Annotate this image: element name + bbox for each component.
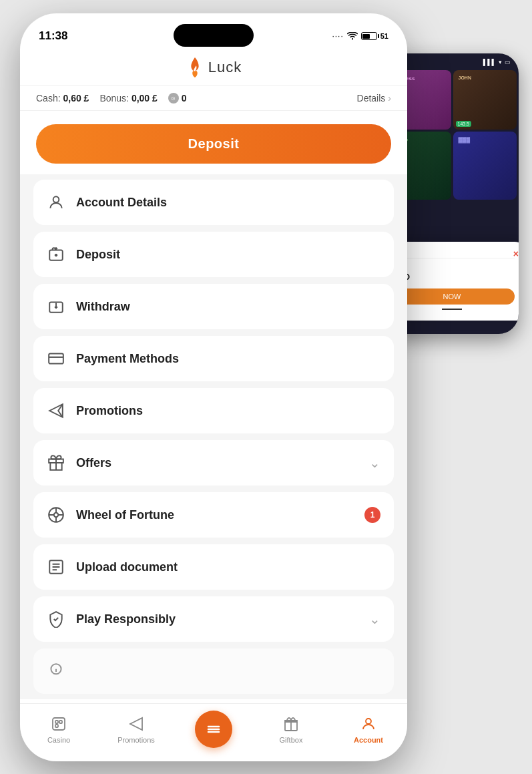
svg-rect-15 bbox=[55, 725, 58, 727]
giftbox-nav-label: Giftbox bbox=[280, 736, 303, 744]
scene: ▌▌▌ ▾ ▭ Princess 32% JOHN 143.5 GOLD WIN… bbox=[0, 0, 532, 774]
menu-item-account-details[interactable]: Account Details bbox=[33, 180, 394, 225]
bg-wifi-icon: ▾ bbox=[499, 59, 502, 65]
popup-handle bbox=[442, 309, 462, 310]
nav-center-button[interactable] bbox=[195, 711, 232, 748]
upload-document-icon bbox=[47, 558, 65, 576]
deposit-icon bbox=[47, 245, 65, 264]
casino-nav-label: Casino bbox=[47, 736, 70, 744]
cash-label: Cash: bbox=[36, 93, 61, 104]
signal-dots-icon: ···· bbox=[332, 31, 343, 41]
bg-battery-icon: ▭ bbox=[505, 59, 511, 65]
withdraw-label: Withdraw bbox=[76, 300, 380, 314]
account-details-label: Account Details bbox=[76, 196, 380, 210]
svg-point-6 bbox=[54, 513, 59, 518]
nav-item-promotions[interactable]: Promotions bbox=[97, 715, 175, 744]
payment-methods-label: Payment Methods bbox=[76, 352, 380, 366]
deposit-section: Deposit bbox=[20, 111, 407, 174]
popup-action-button[interactable]: NOW bbox=[389, 288, 515, 305]
nav-item-giftbox[interactable]: Giftbox bbox=[252, 715, 330, 744]
status-icons: ···· 51 bbox=[332, 31, 388, 41]
balance-bar: Cash: 0,60 £ Bonus: 0,00 £ ⊙ 0 Details › bbox=[20, 86, 407, 111]
account-nav-icon bbox=[359, 715, 378, 733]
wheel-of-fortune-label: Wheel of Fortune bbox=[76, 508, 354, 522]
popup-close-button[interactable]: × bbox=[513, 248, 519, 259]
withdraw-icon bbox=[47, 297, 65, 316]
bonus-info: Bonus: 0,00 £ bbox=[99, 93, 157, 104]
balance-info: Cash: 0,60 £ Bonus: 0,00 £ ⊙ 0 bbox=[36, 93, 187, 104]
menu-item-withdraw[interactable]: Withdraw bbox=[33, 284, 394, 329]
menu-item-promotions[interactable]: Promotions bbox=[33, 388, 394, 433]
promotions-icon bbox=[47, 401, 65, 420]
casino-nav-icon bbox=[49, 715, 68, 733]
nav-item-account[interactable]: Account bbox=[330, 715, 407, 744]
coin-icon: ⊙ bbox=[168, 93, 179, 104]
bottom-nav: Casino Promotions bbox=[20, 703, 407, 761]
bonus-value: 0,00 £ bbox=[131, 93, 158, 104]
menu-list: Account Details Deposit Withdraw bbox=[20, 174, 407, 699]
bg-signal-icon: ▌▌▌ bbox=[483, 59, 496, 65]
popup-title: S IRED bbox=[389, 264, 515, 282]
game-badge-2: 143.5 bbox=[456, 121, 472, 127]
dynamic-island bbox=[174, 24, 254, 47]
payment-methods-icon bbox=[47, 349, 65, 368]
details-link[interactable]: Details › bbox=[357, 93, 391, 104]
svg-point-20 bbox=[366, 719, 371, 724]
menu-item-wheel-of-fortune[interactable]: Wheel of Fortune 1 bbox=[33, 492, 394, 538]
logo-text: Luck bbox=[208, 59, 242, 76]
play-responsibly-chevron-icon: ⌄ bbox=[369, 611, 380, 627]
offers-label: Offers bbox=[76, 456, 358, 470]
svg-point-0 bbox=[53, 196, 59, 202]
wifi-icon bbox=[347, 32, 358, 40]
status-time: 11:38 bbox=[39, 29, 67, 43]
chevron-right-icon: › bbox=[388, 93, 391, 104]
coins-info: ⊙ 0 bbox=[168, 93, 187, 104]
play-responsibly-label: Play Responsibly bbox=[76, 612, 358, 626]
offers-chevron-icon: ⌄ bbox=[369, 455, 380, 471]
coins-value: 0 bbox=[182, 93, 187, 104]
promotions-label: Promotions bbox=[76, 404, 380, 418]
nav-center bbox=[175, 711, 252, 748]
main-phone: 11:38 ···· 51 bbox=[20, 13, 407, 761]
svg-rect-12 bbox=[53, 718, 65, 730]
nav-item-casino[interactable]: Casino bbox=[20, 715, 97, 744]
menu-item-partial[interactable] bbox=[33, 648, 394, 694]
logo: Luck bbox=[186, 56, 242, 79]
cash-value: 0,60 £ bbox=[63, 93, 89, 104]
menu-item-payment-methods[interactable]: Payment Methods bbox=[33, 336, 394, 381]
menu-item-play-responsibly[interactable]: Play Responsibly ⌄ bbox=[33, 596, 394, 642]
wheel-badge: 1 bbox=[364, 507, 380, 523]
menu-item-upload-document[interactable]: Upload document bbox=[33, 544, 394, 590]
deposit-hero-button[interactable]: Deposit bbox=[36, 124, 391, 164]
battery-icon: 51 bbox=[361, 32, 388, 40]
giftbox-nav-icon bbox=[282, 715, 300, 733]
bonus-label: Bonus: bbox=[99, 93, 129, 104]
details-label: Details bbox=[357, 93, 386, 104]
account-details-icon bbox=[47, 193, 65, 212]
svg-rect-14 bbox=[59, 721, 62, 723]
promotions-nav-icon bbox=[127, 715, 146, 733]
logo-flame-icon bbox=[186, 56, 204, 79]
upload-document-label: Upload document bbox=[76, 560, 380, 574]
menu-item-deposit[interactable]: Deposit bbox=[33, 232, 394, 277]
phone-content: Luck Cash: 0,60 £ Bonus: 0,00 £ ⊙ bbox=[20, 49, 407, 703]
svg-rect-13 bbox=[55, 721, 58, 723]
popup-divider bbox=[389, 258, 515, 258]
partial-icon bbox=[47, 662, 65, 681]
menu-item-offers[interactable]: Offers ⌄ bbox=[33, 440, 394, 486]
account-nav-label: Account bbox=[354, 736, 383, 744]
promotions-nav-label: Promotions bbox=[117, 736, 155, 744]
cash-info: Cash: 0,60 £ bbox=[36, 93, 89, 104]
game-thumb-4: ▓▓▓ bbox=[453, 132, 517, 200]
play-responsibly-icon bbox=[47, 610, 65, 628]
game-thumb-2: JOHN 143.5 bbox=[453, 70, 517, 130]
svg-rect-3 bbox=[49, 353, 63, 363]
app-header: Luck bbox=[20, 49, 407, 86]
deposit-label: Deposit bbox=[76, 248, 380, 262]
offers-icon bbox=[47, 453, 65, 472]
wheel-of-fortune-icon bbox=[47, 506, 65, 524]
